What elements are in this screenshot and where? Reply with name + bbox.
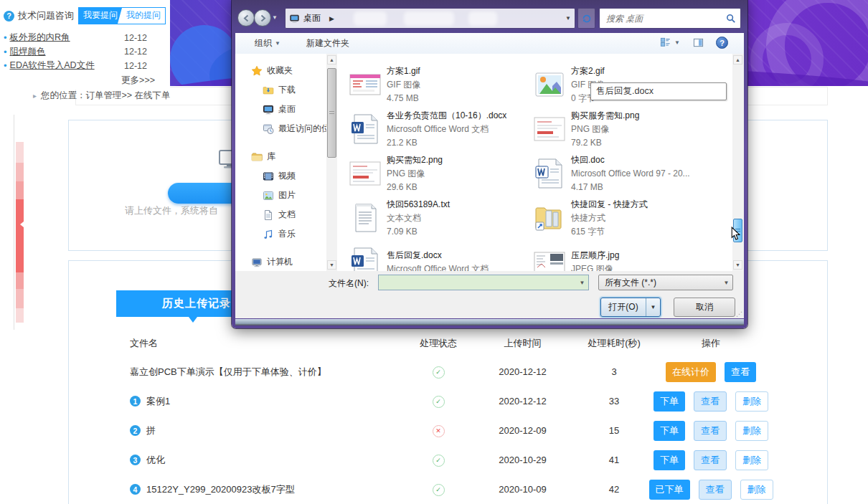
check-circle-icon — [433, 366, 445, 379]
open-button[interactable]: 打开(O) ▼ — [600, 298, 661, 317]
file-item[interactable]: 购买服务需知.pngPNG 图像79.2 KB — [533, 107, 717, 151]
tab-ask-question[interactable]: 我要提问 — [79, 8, 122, 24]
file-item-text: 快回563189A.txt文本文档7.09 KB — [387, 198, 450, 239]
filename-input[interactable] — [382, 277, 576, 288]
music-icon — [263, 229, 274, 240]
resize-grip[interactable]: ⋰ — [736, 310, 742, 318]
file-item[interactable]: 各业务负责范围（10-16）.docxMicrosoft Office Word… — [349, 107, 533, 151]
file-item[interactable]: 售后回复.docxMicrosoft Office Word 文档 — [349, 240, 533, 271]
search-input[interactable] — [605, 13, 726, 24]
feedback-tab-segment — [16, 199, 24, 272]
help-button[interactable]: ? — [716, 37, 728, 49]
sidebar-item-downloads[interactable]: 下载 — [235, 80, 326, 100]
status-cell — [406, 395, 471, 408]
action-button-solid[interactable]: 已下单 — [649, 480, 690, 500]
mouse-cursor — [731, 227, 740, 243]
file-item[interactable]: 压层顺序.jpgJPEG 图像 — [533, 240, 717, 271]
scroll-down-icon[interactable]: ▼ — [327, 260, 336, 270]
file-name: 购买需知2.png — [387, 153, 443, 167]
file-size: 7.09 KB — [387, 225, 450, 239]
refresh-button[interactable] — [577, 8, 595, 29]
forward-button[interactable] — [254, 9, 271, 27]
file-item[interactable]: 购买需知2.pngPNG 图像29.6 KB — [349, 151, 533, 196]
column-header: 操作 — [654, 337, 768, 350]
nav-history-dropdown-icon[interactable]: ▼ — [272, 14, 278, 21]
upload-hint-text: 请上传文件，系统将自 — [125, 204, 218, 217]
navigation-scrollbar[interactable]: ▲ ▼ — [326, 54, 337, 271]
search-icon[interactable] — [726, 14, 736, 24]
scroll-up-icon[interactable]: ▲ — [733, 55, 742, 65]
file-name: 售后回复.docx — [387, 249, 489, 262]
scroll-up-icon[interactable]: ▲ — [327, 55, 336, 65]
file-item[interactable]: 快回.docMicrosoft Office Word 97 - 20...4.… — [533, 151, 717, 196]
dialog-footer: 文件名(N): ▼ 所有文件 (*.*) ▼ 打开(O) ▼ 取消 ⋰ — [235, 271, 744, 318]
qa-question-link[interactable]: 板外形的内R角 — [10, 32, 70, 44]
feedback-side-tab[interactable] — [16, 142, 24, 323]
action-button-light[interactable]: 查看 — [694, 421, 727, 441]
action-button-solid[interactable]: 下单 — [654, 421, 685, 441]
file-name: 快回.doc — [571, 153, 690, 167]
row-number-badge: 4 — [130, 484, 141, 495]
file-name-cell: 415122Y_Y299_20200923改板7字型 — [130, 483, 406, 496]
action-button-solid[interactable]: 下单 — [654, 391, 685, 412]
table-row: 415122Y_Y299_20200923改板7字型2020-10-0942已下… — [69, 475, 827, 504]
scrollbar-thumb[interactable] — [327, 68, 336, 158]
sidebar-item-favorites[interactable]: 收藏夹 — [235, 61, 326, 80]
action-button-light[interactable]: 查看 — [699, 480, 732, 500]
sidebar-item-recent[interactable]: 最近访问的位 — [235, 119, 326, 138]
action-button-light[interactable]: 查看 — [694, 391, 727, 412]
action-button-solid[interactable]: 下单 — [654, 450, 685, 470]
qa-question-link[interactable]: 阻焊颜色 — [10, 46, 46, 58]
sidebar-item-libraries[interactable]: 库 — [235, 147, 326, 166]
table-row: 1案例12020-12-1233下单查看删除 — [69, 386, 827, 416]
sidebar-item-documents[interactable]: 文档 — [235, 205, 326, 224]
sidebar-item-label: 库 — [267, 151, 275, 163]
actions-cell: 在线计价查看 — [654, 362, 768, 382]
address-bar[interactable]: 桌面 ▶ ▼ — [285, 8, 575, 29]
qa-question-link[interactable]: EDA软件导入AD文件 — [10, 60, 95, 72]
action-button-light[interactable]: 查看 — [694, 450, 727, 470]
new-folder-label: 新建文件夹 — [306, 37, 349, 49]
preview-pane-button[interactable] — [692, 37, 704, 50]
file-type: 快捷方式 — [571, 211, 648, 225]
actions-cell: 已下单查看删除 — [654, 480, 768, 500]
feedback-tab-segment — [16, 181, 24, 199]
action-button-ghost[interactable]: 删除 — [740, 480, 773, 500]
change-view-button[interactable]: ▼ — [660, 37, 680, 47]
file-item[interactable]: 快回563189A.txt文本文档7.09 KB — [349, 196, 533, 240]
cancel-button[interactable]: 取消 — [674, 298, 735, 317]
bullet-icon: • — [4, 32, 7, 43]
action-button-ghost[interactable]: 删除 — [735, 450, 768, 470]
open-split-dropdown-icon[interactable]: ▼ — [646, 298, 660, 316]
action-button-solid[interactable]: 查看 — [725, 362, 756, 382]
file-type: Microsoft Office Word 文档 — [387, 262, 489, 271]
breadcrumb-chevron-icon[interactable]: ▶ — [329, 15, 334, 22]
action-button-ghost[interactable]: 删除 — [735, 391, 768, 412]
filetype-select[interactable]: 所有文件 (*.*) ▼ — [598, 275, 733, 290]
file-list-column-1: 方案1.gifGIF 图像4.75 MB各业务负责范围（10-16）.docxM… — [349, 62, 533, 271]
qa-more-link[interactable]: 更多>>> — [0, 75, 170, 87]
sidebar-item-pictures[interactable]: 图片 — [235, 186, 326, 205]
qa-tabs: 我要提问 我的提问 — [78, 7, 166, 24]
sidebar-item-computer[interactable]: 计算机 — [235, 252, 326, 271]
action-button-orange[interactable]: 在线计价 — [666, 362, 716, 382]
upload-file-name: 嘉立创PCB下单演示【仅用于下单体验、计价】 — [130, 366, 326, 379]
file-item[interactable]: 快捷回复 - 快捷方式快捷方式615 字节 — [533, 196, 717, 240]
upload-date-cell: 2020-12-09 — [471, 425, 575, 436]
file-name-cell: 1案例1 — [130, 395, 406, 408]
action-button-ghost[interactable]: 删除 — [735, 421, 768, 441]
file-item[interactable]: 方案1.gifGIF 图像4.75 MB — [349, 62, 533, 107]
organize-menu[interactable]: 组织 ▼ — [255, 37, 280, 49]
sidebar-item-desktop[interactable]: 桌面 — [235, 100, 326, 119]
chevron-down-icon[interactable]: ▼ — [576, 275, 588, 290]
documents-icon — [263, 209, 274, 221]
new-folder-button[interactable]: 新建文件夹 — [306, 37, 349, 49]
sidebar-item-videos[interactable]: 视频 — [235, 166, 326, 186]
back-button[interactable] — [237, 9, 255, 27]
history-table: 文件名处理状态上传时间处理耗时(秒)操作 嘉立创PCB下单演示【仅用于下单体验、… — [69, 330, 827, 504]
page-divider-line — [14, 115, 14, 330]
scroll-down-icon[interactable]: ▼ — [733, 260, 742, 270]
address-dropdown-icon[interactable]: ▼ — [562, 9, 575, 28]
tab-my-questions[interactable]: 我的提问 — [122, 8, 165, 24]
sidebar-item-music[interactable]: 音乐 — [235, 224, 326, 244]
